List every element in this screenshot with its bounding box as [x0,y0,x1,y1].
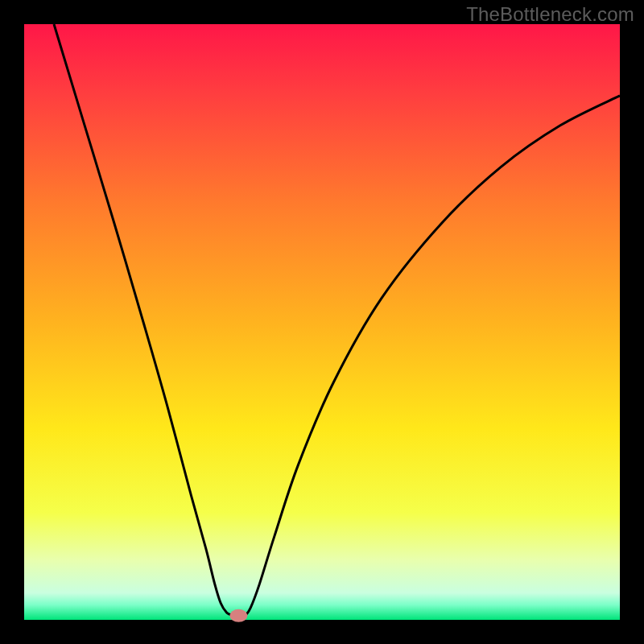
bottleneck-chart [0,0,644,644]
plot-background [24,24,620,620]
minimum-marker [229,609,247,622]
chart-frame: TheBottleneck.com [0,0,644,644]
